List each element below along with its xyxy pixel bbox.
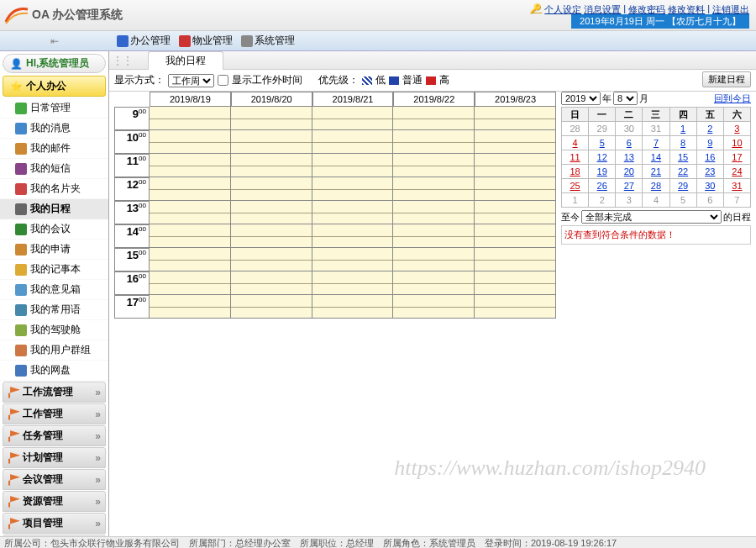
- mini-cal-day[interactable]: 3: [616, 193, 643, 208]
- mini-cal-day[interactable]: 31: [643, 122, 669, 136]
- sidebar-group-2[interactable]: 任务管理»: [3, 425, 106, 446]
- mini-cal-day[interactable]: 5: [669, 193, 696, 208]
- calendar-cell[interactable]: [231, 177, 312, 201]
- calendar-cell[interactable]: [475, 130, 556, 154]
- mini-cal-day[interactable]: 21: [643, 165, 669, 179]
- calendar-cell[interactable]: [475, 154, 556, 177]
- mini-cal-day[interactable]: 12: [589, 150, 616, 165]
- mini-cal-day[interactable]: 22: [669, 165, 696, 179]
- sidebar-item-9[interactable]: 我的意见箱: [0, 280, 108, 300]
- calendar-cell[interactable]: [475, 224, 556, 248]
- sidebar-group-4[interactable]: 会议管理»: [3, 469, 106, 490]
- calendar-cell[interactable]: [393, 248, 475, 271]
- mini-cal-day[interactable]: 23: [696, 165, 723, 179]
- calendar-cell[interactable]: [475, 107, 556, 130]
- mini-cal-day[interactable]: 28: [562, 122, 589, 136]
- mini-cal-day[interactable]: 7: [643, 136, 669, 150]
- sidebar-toggle[interactable]: ⇤: [0, 31, 109, 51]
- sidebar-group-3[interactable]: 计划管理»: [3, 447, 106, 468]
- mini-cal-day[interactable]: 6: [616, 136, 643, 150]
- show-outside-checkbox[interactable]: [218, 75, 228, 86]
- calendar-cell[interactable]: [231, 107, 312, 130]
- topnav-item-2[interactable]: 系统管理: [237, 34, 299, 48]
- sidebar-item-0[interactable]: 日常管理: [0, 98, 108, 119]
- calendar-cell[interactable]: [475, 271, 556, 295]
- mini-cal-day[interactable]: 1: [562, 193, 589, 208]
- calendar-cell[interactable]: [231, 154, 312, 177]
- mini-cal-day[interactable]: 30: [696, 179, 723, 193]
- mini-cal-day[interactable]: 3: [723, 122, 750, 136]
- mini-cal-day[interactable]: 9: [696, 136, 723, 150]
- calendar-cell[interactable]: [393, 295, 475, 319]
- mini-cal-day[interactable]: 2: [696, 122, 723, 136]
- calendar-cell[interactable]: [150, 224, 231, 248]
- sidebar-item-5[interactable]: 我的日程: [0, 199, 108, 219]
- back-to-today-link[interactable]: 回到今日: [714, 92, 751, 105]
- sidebar-item-4[interactable]: 我的名片夹: [0, 179, 108, 199]
- year-select[interactable]: 2019: [561, 92, 601, 105]
- calendar-cell[interactable]: [150, 177, 231, 201]
- mini-cal-day[interactable]: 5: [589, 136, 616, 150]
- calendar-cell[interactable]: [231, 201, 312, 224]
- calendar-cell[interactable]: [393, 107, 475, 130]
- calendar-cell[interactable]: [475, 248, 556, 271]
- calendar-cell[interactable]: [475, 201, 556, 224]
- sidebar-item-6[interactable]: 我的会议: [0, 219, 108, 240]
- calendar-cell[interactable]: [393, 130, 475, 154]
- mini-cal-day[interactable]: 16: [696, 150, 723, 165]
- mini-cal-day[interactable]: 29: [589, 122, 616, 136]
- month-select[interactable]: 8: [613, 92, 638, 105]
- display-mode-select[interactable]: 工作周: [168, 74, 214, 87]
- tab-handle-icon[interactable]: ⋮⋮: [113, 55, 133, 66]
- calendar-cell[interactable]: [150, 295, 231, 319]
- calendar-cell[interactable]: [150, 154, 231, 177]
- topnav-item-0[interactable]: 办公管理: [113, 34, 175, 48]
- calendar-cell[interactable]: [393, 201, 475, 224]
- calendar-cell[interactable]: [150, 130, 231, 154]
- calendar-cell[interactable]: [312, 154, 394, 177]
- calendar-cell[interactable]: [312, 130, 394, 154]
- mini-cal-day[interactable]: 17: [723, 150, 750, 165]
- mini-cal-day[interactable]: 24: [723, 165, 750, 179]
- mini-cal-day[interactable]: 4: [643, 193, 669, 208]
- calendar-cell[interactable]: [231, 130, 312, 154]
- mini-cal-day[interactable]: 31: [723, 179, 750, 193]
- mini-cal-day[interactable]: 8: [669, 136, 696, 150]
- calendar-cell[interactable]: [312, 224, 394, 248]
- sidebar-group-1[interactable]: 工作管理»: [3, 403, 106, 424]
- sidebar-item-1[interactable]: 我的消息: [0, 119, 108, 139]
- new-schedule-button[interactable]: 新建日程: [702, 71, 751, 87]
- calendar-cell[interactable]: [150, 107, 231, 130]
- topnav-item-1[interactable]: 物业管理: [175, 34, 237, 48]
- sidebar-group-7[interactable]: 人事管理»: [3, 535, 106, 536]
- sidebar-item-13[interactable]: 我的网盘: [0, 361, 108, 381]
- calendar-cell[interactable]: [312, 248, 394, 271]
- sidebar-item-8[interactable]: 我的记事本: [0, 260, 108, 280]
- mini-cal-day[interactable]: 7: [723, 193, 750, 208]
- sidebar-group-5[interactable]: 资源管理»: [3, 491, 106, 512]
- mini-cal-day[interactable]: 15: [669, 150, 696, 165]
- mini-cal-day[interactable]: 2: [589, 193, 616, 208]
- mini-cal-day[interactable]: 6: [696, 193, 723, 208]
- mini-cal-day[interactable]: 27: [616, 179, 643, 193]
- sidebar-group-0[interactable]: 工作流管理»: [3, 382, 106, 403]
- calendar-cell[interactable]: [312, 177, 394, 201]
- calendar-cell[interactable]: [150, 248, 231, 271]
- sidebar-item-10[interactable]: 我的常用语: [0, 300, 108, 320]
- mini-cal-day[interactable]: 13: [616, 150, 643, 165]
- calendar-cell[interactable]: [312, 295, 394, 319]
- mini-cal-day[interactable]: 11: [562, 150, 589, 165]
- calendar-cell[interactable]: [312, 107, 394, 130]
- mini-cal-day[interactable]: 18: [562, 165, 589, 179]
- mini-cal-day[interactable]: 4: [562, 136, 589, 150]
- tab-my-schedule[interactable]: 我的日程: [148, 51, 223, 70]
- mini-cal-day[interactable]: 26: [589, 179, 616, 193]
- sidebar-item-11[interactable]: 我的驾驶舱: [0, 320, 108, 340]
- mini-cal-day[interactable]: 10: [723, 136, 750, 150]
- calendar-cell[interactable]: [312, 271, 394, 295]
- sidebar-item-3[interactable]: 我的短信: [0, 159, 108, 179]
- calendar-cell[interactable]: [393, 154, 475, 177]
- calendar-cell[interactable]: [150, 201, 231, 224]
- calendar-cell[interactable]: [393, 177, 475, 201]
- mini-cal-day[interactable]: 1: [669, 122, 696, 136]
